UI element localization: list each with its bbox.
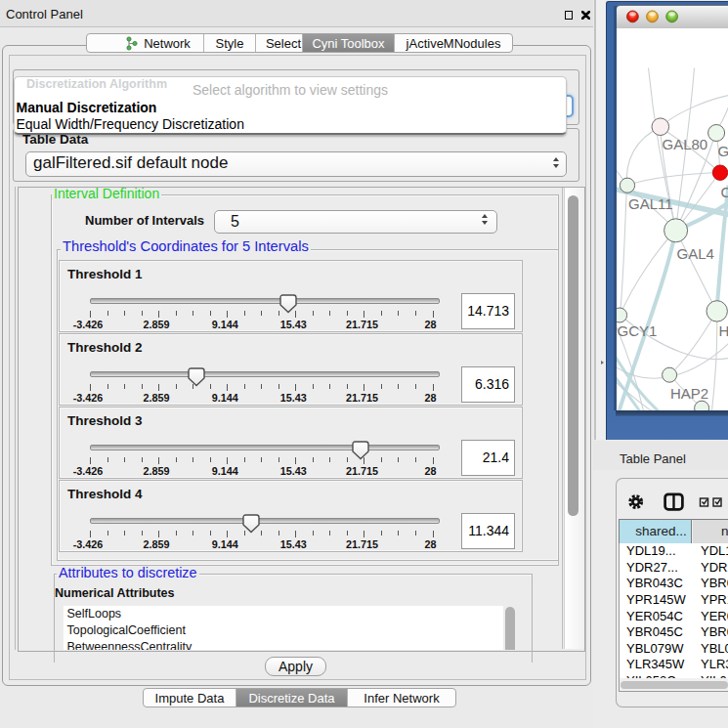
svg-text:H: H [718,322,728,339]
svg-text:GAL4: GAL4 [676,245,713,262]
svg-text:GAL80: GAL80 [662,136,707,152]
svg-text:GCY1: GCY1 [617,322,657,339]
svg-text:HAP2: HAP2 [670,385,708,402]
svg-text:C: C [720,184,728,200]
svg-text:GAL11: GAL11 [628,195,673,212]
svg-text:GA: GA [717,143,728,159]
